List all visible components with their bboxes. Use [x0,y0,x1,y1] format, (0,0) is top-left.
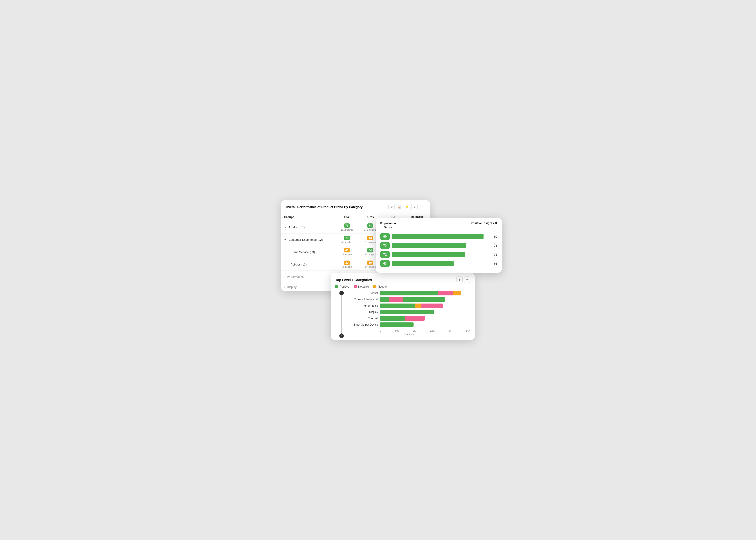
table-title: Overall Performance of Product Brand By … [286,205,363,209]
bar-fill [392,243,466,248]
chevron-right-icon[interactable]: › [288,263,289,266]
bar-container [392,252,488,257]
legend-positive: Positive [335,285,349,288]
bar-green-io [380,323,414,327]
stacked-bar-display [380,310,434,314]
sort-icon[interactable]: ⇅ [495,221,497,225]
bar-fill [392,234,483,239]
score-badge: 64 [367,248,373,252]
chart-row-performance: Performance [349,304,470,308]
chart-row-thermal: Thermal [349,316,470,321]
chevron-right-icon[interactable]: › [288,251,289,254]
group-label: ▼ Product (L1) [281,221,335,233]
chart-gear-button[interactable]: ⚙ [456,277,462,283]
stacked-bar-performance [380,304,443,308]
x-tick-2.5k: 2.5K [465,330,470,332]
insights-text: 131 Insights [364,228,376,231]
bar-pink-product [438,291,453,295]
score-badge: 73 [344,236,350,240]
stacked-bar-thermal [380,316,425,321]
chart-button[interactable]: 📊 [396,204,402,210]
table-header-icons: ⚙ 📊 💡 ↻ ••• [388,204,425,210]
drag-circle-top[interactable]: ≡ [339,291,344,295]
experience-score: 63 [380,260,390,267]
more-button[interactable]: ••• [419,204,425,210]
bar-container [392,261,488,266]
insights-text: 23 Insights [365,241,376,243]
chart-row-io: Input Output Device [349,323,470,327]
col-groups: Groups [281,213,335,221]
legend-negative-label: Negative [358,285,369,288]
chart-label-thermal: Thermal [349,317,378,320]
legend-pink-dot [354,285,357,288]
chevron-down-icon[interactable]: ▼ [284,238,287,241]
experience-score: 72 [380,251,390,258]
legend-neutral-label: Neutral [378,285,387,288]
insights-text: 14 Insights [341,266,352,268]
legend-neutral: Neutral [373,285,387,288]
bar-value: 63 [490,262,497,265]
group-label: ▼ Customer Experience (L2) [281,233,335,246]
score-cell: 39 14 Insights [335,258,358,271]
bar-value: 90 [490,235,497,238]
score-cell: 73 45 Insights [335,233,358,246]
chart-label-display: Display [349,311,378,314]
x-axis-label: Mentions [349,333,470,338]
group-label: › Policies (L3) [281,258,335,271]
experience-score: 73 [380,242,390,249]
chart-row-display: Display [349,310,470,314]
tooltip-row: 63 63 [380,260,497,267]
bar-green-thermal [380,316,405,321]
chart-row-chassis: Chassis Mechanical [349,297,470,302]
bulb-button[interactable]: 💡 [404,204,410,210]
chart-label-chassis: Chassis Mechanical [349,298,378,301]
bar-orange-product [453,291,461,295]
score-cell: 43 23 Insights [335,246,358,258]
bar-green-product [380,291,438,295]
chart-label-performance: Performance [349,304,378,307]
bar-container [392,243,488,248]
bar-green-display [380,310,434,314]
chevron-right-icon[interactable]: › [284,286,285,288]
insights-text: 45 Insights [341,241,352,243]
drag-circle-bottom[interactable]: ≡ [339,334,344,338]
chart-header: Top Level 1 Categories ⚙ ••• [331,273,475,285]
chart-content: Product Chassis Mechanical [349,291,470,338]
refresh-button[interactable]: ↻ [411,204,418,210]
bar-fill [392,252,465,257]
tooltip-rows: 90 90 73 73 72 72 63 [376,231,502,273]
x-tick-1.5k: 1.5K [430,330,435,332]
col-b52: B52 [335,213,358,221]
positive-insights-text: Positive Insights [471,221,494,225]
chart-label-io: Input Output Device [349,323,378,326]
drag-handle: ≡ ≡ [339,291,344,338]
bar-pink-chassis [389,297,403,302]
x-tick-1k: 1K [413,330,416,332]
insights-text: 23 Insights [341,253,352,256]
stacked-bar-chassis [380,297,445,302]
bar-pink-thermal [405,316,425,321]
tooltip-row: 73 73 [380,242,497,249]
chart-more-button[interactable]: ••• [464,277,470,283]
legend-negative: Negative [354,285,369,288]
tooltip-row: 72 72 [380,251,497,258]
score-badge: 39 [344,261,350,265]
legend-positive-label: Positive [340,285,349,288]
gear-button[interactable]: ⚙ [388,204,395,210]
chevron-down-icon[interactable]: ▼ [284,226,287,229]
chart-row-product: Product [349,291,470,295]
x-tick-0: 0 [380,330,381,332]
score-badge: 73 [344,223,350,228]
chart-header-icons: ⚙ ••• [456,277,470,283]
chart-card: Top Level 1 Categories ⚙ ••• Positive Ne… [331,273,475,340]
bar-green2-chassis [403,297,445,302]
score-badge: 39 [367,261,373,265]
chart-label-product: Product [349,292,378,295]
chevron-right-icon[interactable]: › [284,276,285,278]
group-label: › Performance [281,271,335,283]
tooltip-row: 90 90 [380,233,497,240]
insights-text: 14 Insights [365,266,376,268]
bar-value: 73 [490,244,497,247]
stacked-bar-io [380,323,414,327]
group-label: › Brand Service (L3) [281,246,335,258]
